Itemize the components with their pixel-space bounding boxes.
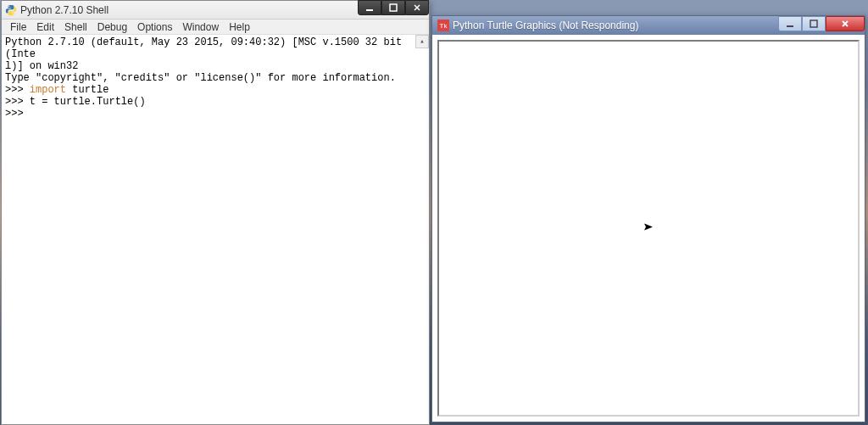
turtle-canvas[interactable] [437,40,860,417]
svg-rect-3 [390,4,397,11]
scroll-up-icon: ▴ [420,36,424,48]
menu-shell[interactable]: Shell [59,20,92,34]
maximize-button[interactable] [381,0,405,15]
menu-file[interactable]: File [5,20,31,34]
svg-rect-7 [810,20,817,27]
line-2: l)] on win32 [5,60,78,72]
svg-rect-6 [787,25,793,27]
scroll-up-button[interactable]: ▴ [415,35,429,48]
turtle-titlebar[interactable]: Tk Python Turtle Graphics (Not Respondin… [432,16,865,35]
maximize-button[interactable] [802,16,826,31]
turtle-window: Tk Python Turtle Graphics (Not Respondin… [431,15,865,422]
line-1: Python 2.7.10 (default, May 23 2015, 09:… [5,36,408,60]
minimize-button[interactable] [358,0,381,15]
menu-window[interactable]: Window [177,20,224,34]
svg-text:Tk: Tk [440,22,448,30]
close-button[interactable] [826,16,865,31]
close-button[interactable] [405,0,429,15]
shell-titlebar[interactable]: Python 2.7.10 Shell [2,1,429,20]
turtle-cursor-icon [643,222,654,235]
shell-window-controls [358,0,429,15]
menu-edit[interactable]: Edit [31,20,59,34]
line-3: Type "copyright", "credits" or "license(… [5,72,396,84]
tk-icon: Tk [437,20,449,31]
minimize-button[interactable] [778,16,802,31]
menu-help[interactable]: Help [224,20,255,34]
keyword-import: import [30,84,66,96]
idle-shell-window: Python 2.7.10 Shell File Edit Shell Debu… [1,0,430,425]
svg-point-0 [8,5,9,6]
prompt-2-rest: t = turtle.Turtle() [30,96,146,108]
prompt-1: >>> [5,84,30,96]
shell-menubar: File Edit Shell Debug Options Window Hel… [2,20,429,35]
shell-text-area[interactable]: Python 2.7.10 (default, May 23 2015, 09:… [2,35,429,424]
turtle-window-controls [778,16,865,31]
prompt-3: >>> [5,108,30,120]
menu-options[interactable]: Options [132,20,177,34]
prompt-1-rest: turtle [66,84,108,96]
svg-marker-8 [644,224,653,231]
python-icon [5,4,17,16]
menu-debug[interactable]: Debug [92,20,132,34]
svg-rect-2 [366,9,373,11]
svg-point-1 [13,13,14,14]
prompt-2: >>> [5,96,30,108]
